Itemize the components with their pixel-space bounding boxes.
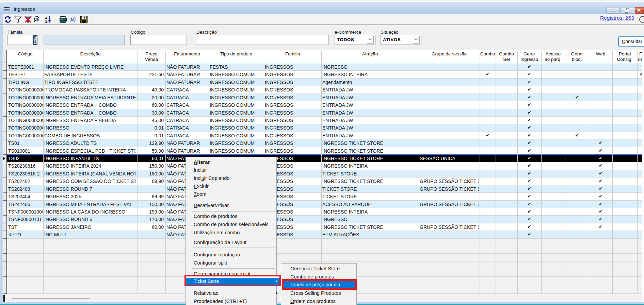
svg-text:IA: IA [71,18,75,22]
svg-text:Z: Z [45,19,48,23]
svg-text:n: n [36,17,38,21]
